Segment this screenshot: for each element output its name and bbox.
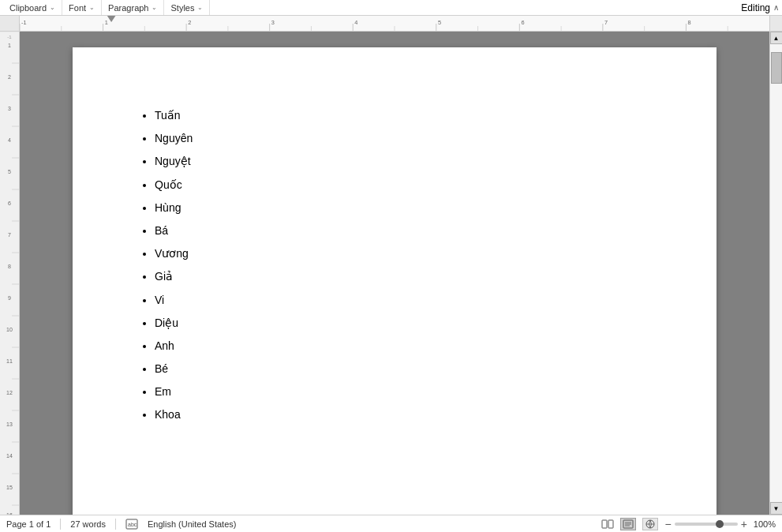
scroll-down-button[interactable]: ▼ <box>770 502 783 515</box>
list-item: Bé <box>155 358 653 380</box>
svg-text:8: 8 <box>8 264 11 269</box>
zoom-thumb[interactable] <box>716 520 724 528</box>
svg-text:5: 5 <box>8 169 11 174</box>
svg-text:-1: -1 <box>7 35 12 39</box>
svg-text:5: 5 <box>438 19 441 26</box>
list-item: Em <box>155 380 653 403</box>
proofing-icon-item[interactable]: abc <box>125 519 138 530</box>
svg-text:16: 16 <box>6 512 13 515</box>
svg-text:3: 3 <box>271 19 275 26</box>
svg-text:12: 12 <box>6 390 13 395</box>
list-item: Khoa <box>155 403 653 426</box>
ruler-left-margin <box>0 16 20 31</box>
svg-text:3: 3 <box>8 106 11 111</box>
svg-text:2: 2 <box>8 74 11 80</box>
clipboard-label: Clipboard <box>9 3 47 13</box>
list-item: Quốc <box>155 174 653 197</box>
page-info-text: Page 1 of 1 <box>6 519 51 529</box>
paragraph-expand-icon: ⌄ <box>152 4 157 11</box>
clipboard-expand-icon: ⌄ <box>50 4 55 11</box>
scrollbar-track[interactable] <box>770 44 783 502</box>
status-bar: Page 1 of 1 27 words abc English (United… <box>0 515 782 532</box>
main-area: 1 2 3 4 5 6 7 8 9 10 11 12 13 1 <box>0 32 782 515</box>
ribbon-bar: Clipboard ⌄ Font ⌄ Paragraph ⌄ Styles ⌄ … <box>0 0 782 16</box>
zoom-plus-button[interactable]: + <box>741 519 747 530</box>
read-mode-button[interactable] <box>601 519 614 530</box>
svg-text:-1: -1 <box>21 19 27 26</box>
svg-text:11: 11 <box>6 358 13 364</box>
collapse-ribbon-button[interactable]: ∧ <box>773 3 779 12</box>
document-area[interactable]: TuấnNguyênNguyệtQuốcHùngBáVươngGiảViDiệu… <box>20 32 769 515</box>
svg-text:8: 8 <box>688 19 691 26</box>
list-item: Bá <box>155 219 653 242</box>
ruler-right-margin <box>769 16 782 31</box>
list-item: Giả <box>155 265 653 288</box>
svg-text:7: 7 <box>604 19 608 26</box>
list-item: Hùng <box>155 197 653 219</box>
list-item: Nguyệt <box>155 150 653 173</box>
styles-label: Styles <box>170 3 194 13</box>
list-item: Diệu <box>155 312 653 335</box>
svg-text:14: 14 <box>6 453 13 459</box>
zoom-level-text: 100% <box>754 519 776 529</box>
read-mode-icon <box>601 519 614 530</box>
list-item: Tuấn <box>155 104 653 127</box>
ribbon-section-paragraph[interactable]: Paragraph ⌄ <box>102 0 164 15</box>
print-layout-icon <box>623 519 634 529</box>
svg-text:1: 1 <box>8 43 11 48</box>
word-count-text: 27 words <box>70 519 106 529</box>
svg-text:7: 7 <box>8 232 11 238</box>
document-page: TuấnNguyênNguyệtQuốcHùngBáVươngGiảViDiệu… <box>73 47 717 515</box>
zoom-bar[interactable] <box>675 523 738 526</box>
svg-text:2: 2 <box>188 19 191 26</box>
ruler-svg: -1 1 2 3 4 5 6 7 8 <box>20 16 769 31</box>
language-text: English (United States) <box>148 519 237 529</box>
web-layout-icon <box>645 519 656 529</box>
svg-text:10: 10 <box>6 327 13 332</box>
svg-text:4: 4 <box>354 19 357 26</box>
svg-text:abc: abc <box>128 522 137 527</box>
font-expand-icon: ⌄ <box>89 4 95 11</box>
list-item: Nguyên <box>155 127 653 150</box>
zoom-minus-button[interactable]: − <box>664 519 671 530</box>
svg-text:13: 13 <box>6 421 13 427</box>
svg-text:4: 4 <box>8 137 11 143</box>
horizontal-ruler: -1 1 2 3 4 5 6 7 8 <box>0 16 782 32</box>
svg-rect-65 <box>602 520 607 528</box>
bullet-list: TuấnNguyênNguyệtQuốcHùngBáVươngGiảViDiệu… <box>136 104 653 427</box>
ribbon-section-styles[interactable]: Styles ⌄ <box>164 0 210 15</box>
word-count[interactable]: 27 words <box>70 519 106 529</box>
vertical-ruler: 1 2 3 4 5 6 7 8 9 10 11 12 13 1 <box>0 32 20 515</box>
list-item: Vi <box>155 289 653 312</box>
svg-rect-66 <box>608 520 613 528</box>
ribbon-section-font[interactable]: Font ⌄ <box>62 0 102 15</box>
page-info[interactable]: Page 1 of 1 <box>6 519 51 529</box>
styles-expand-icon: ⌄ <box>197 4 203 11</box>
status-right: − + 100% <box>601 518 776 530</box>
proofing-icon: abc <box>125 519 138 530</box>
zoom-level[interactable]: 100% <box>754 519 776 529</box>
zoom-slider-container: − + <box>664 519 746 530</box>
list-item: Vương <box>155 242 653 265</box>
svg-text:6: 6 <box>521 19 524 26</box>
right-scrollbar: ▲ ▼ <box>769 32 782 515</box>
print-layout-button[interactable] <box>620 518 636 530</box>
svg-text:15: 15 <box>6 485 13 490</box>
ribbon-section-clipboard[interactable]: Clipboard ⌄ <box>3 0 62 15</box>
scroll-up-button[interactable]: ▲ <box>770 32 783 44</box>
ruler-content: -1 1 2 3 4 5 6 7 8 <box>20 16 769 31</box>
vertical-ruler-svg: 1 2 3 4 5 6 7 8 9 10 11 12 13 1 <box>0 32 20 515</box>
font-label: Font <box>69 3 86 13</box>
status-separator-2 <box>115 519 116 530</box>
list-item: Anh <box>155 335 653 358</box>
svg-text:6: 6 <box>8 200 11 206</box>
paragraph-label: Paragraph <box>108 3 148 13</box>
svg-text:1: 1 <box>105 19 108 26</box>
status-separator-1 <box>60 519 61 530</box>
editing-section[interactable]: Editing ∧ <box>741 2 779 13</box>
scrollbar-thumb[interactable] <box>771 52 782 84</box>
editing-label: Editing <box>741 2 770 13</box>
svg-text:9: 9 <box>8 295 11 301</box>
web-layout-button[interactable] <box>642 518 658 530</box>
language-item[interactable]: English (United States) <box>148 519 237 529</box>
